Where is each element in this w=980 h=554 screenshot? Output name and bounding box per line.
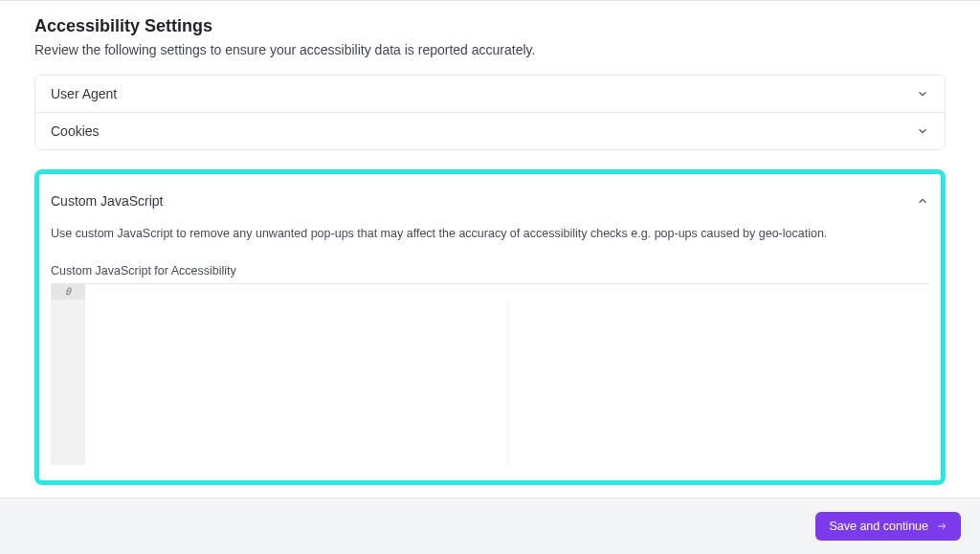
editor-line-number: 0 [51,284,85,299]
chevron-down-icon [916,87,929,100]
settings-accordion: User Agent Cookies [34,75,946,150]
accordion-item-user-agent[interactable]: User Agent [35,76,945,113]
footer: Save and continue [0,498,980,554]
custom-javascript-section: Custom JavaScript Use custom JavaScript … [34,169,946,485]
chevron-down-icon [916,124,929,138]
accordion-label: User Agent [51,86,117,101]
chevron-up-icon [916,194,929,208]
page-subtitle: Review the following settings to ensure … [34,42,946,57]
accordion-label: Cookies [51,123,100,139]
custom-js-title: Custom JavaScript [51,193,163,209]
custom-js-header[interactable]: Custom JavaScript [51,193,929,209]
save-button-label: Save and continue [829,520,928,533]
editor-textarea[interactable] [85,284,929,465]
save-and-continue-button[interactable]: Save and continue [815,512,961,541]
arrow-right-icon [936,521,947,531]
editor-gutter [51,284,85,465]
code-editor[interactable]: 0 [51,283,929,465]
custom-js-field-label: Custom JavaScript for Accessibility [51,264,929,277]
accordion-item-cookies[interactable]: Cookies [35,113,945,149]
custom-js-description: Use custom JavaScript to remove any unwa… [51,226,929,243]
page-title: Accessibility Settings [34,16,946,36]
